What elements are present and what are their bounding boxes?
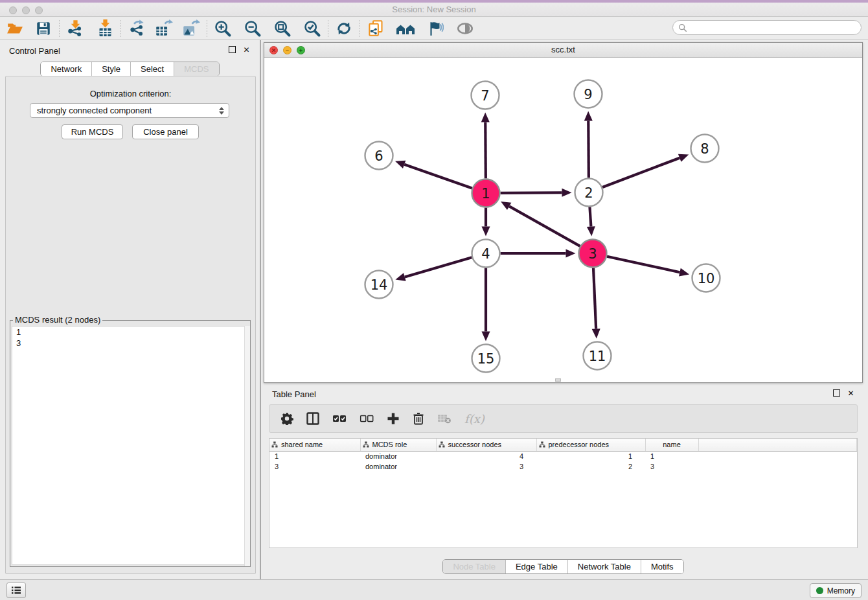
graph-edge-3-11[interactable] [592, 268, 600, 338]
graph-node-4[interactable]: 4 [472, 240, 500, 268]
tab-edge-table[interactable]: Edge Table [505, 560, 567, 573]
graph-node-7[interactable]: 7 [472, 82, 499, 110]
table-row[interactable]: 1dominator411 [269, 451, 857, 461]
clone-network-icon[interactable] [366, 19, 385, 38]
column-header-successor-nodes[interactable]: successor nodes [436, 439, 536, 451]
tab-network[interactable]: Network [41, 62, 91, 76]
tab-motifs[interactable]: Motifs [641, 560, 683, 573]
graph-edge-2-8[interactable] [602, 154, 689, 187]
close-panel-icon[interactable]: ✕ [242, 46, 251, 54]
graph-node-label: 9 [584, 87, 592, 102]
run-mcds-button[interactable]: Run MCDS [62, 124, 123, 139]
table-cell[interactable]: 2 [536, 461, 645, 472]
graph-edge-1-4[interactable] [482, 208, 490, 237]
graph-edge-4-14[interactable] [395, 257, 472, 281]
graph-node-8[interactable]: 8 [691, 135, 719, 163]
zoom-fit-icon[interactable] [273, 19, 292, 38]
flag-icon[interactable] [426, 19, 445, 38]
show-hide-icon[interactable] [455, 19, 475, 38]
table-cell[interactable]: 1 [269, 451, 360, 461]
graph-node-10[interactable]: 10 [692, 264, 720, 292]
graph-edge-4-3[interactable] [501, 249, 576, 258]
graph-node-3[interactable]: 3 [579, 240, 607, 268]
search-box [672, 20, 862, 35]
float-panel-icon[interactable] [229, 46, 237, 54]
column-label: MCDS role [372, 441, 407, 448]
control-panel: Control Panel ✕ NetworkStyleSelectMCDS O… [0, 40, 261, 579]
graph-node-6[interactable]: 6 [365, 142, 393, 170]
graph-node-label: 4 [481, 246, 490, 262]
column-label: predecessor nodes [549, 441, 610, 448]
table-cell[interactable]: 1 [536, 451, 645, 461]
network-window-titlebar[interactable]: ✕ − + scc.txt [264, 43, 862, 58]
column-type-icon [363, 441, 369, 448]
open-session-icon[interactable] [5, 19, 25, 38]
tab-node-table[interactable]: Node Table [443, 560, 505, 573]
column-header-predecessor-nodes[interactable]: predecessor nodes [536, 439, 645, 451]
graph-node-11[interactable]: 11 [584, 342, 611, 370]
table-cell[interactable]: dominator [360, 461, 436, 472]
graph-edge-4-15[interactable] [482, 268, 490, 341]
graph-node-9[interactable]: 9 [575, 80, 602, 108]
tab-mcds[interactable]: MCDS [174, 62, 218, 76]
task-history-button[interactable] [6, 583, 26, 598]
graph-edge-1-7[interactable] [481, 112, 490, 178]
table-cell[interactable]: 3 [436, 461, 536, 472]
graph-edge-3-1[interactable] [501, 202, 580, 246]
column-header-MCDS-role[interactable]: MCDS role [360, 439, 436, 451]
search-input[interactable] [687, 22, 861, 34]
mcds-result-list[interactable]: 13 [12, 326, 249, 565]
save-session-icon[interactable] [34, 19, 53, 38]
add-column-icon[interactable] [387, 412, 400, 425]
node-table[interactable]: shared nameMCDS rolesuccessor nodesprede… [269, 438, 858, 548]
table-settings-icon[interactable] [280, 412, 293, 425]
graph-node-2[interactable]: 2 [575, 179, 603, 207]
column-header-shared-name[interactable]: shared name [269, 439, 360, 451]
graph-edge-1-2[interactable] [500, 189, 571, 197]
table-cell[interactable]: 1 [645, 451, 698, 461]
deselect-all-icon[interactable] [360, 414, 374, 423]
float-table-panel-icon[interactable] [833, 389, 841, 398]
close-panel-button[interactable]: Close panel [132, 124, 199, 139]
export-table-icon[interactable] [154, 19, 174, 38]
home-icon[interactable] [396, 19, 415, 38]
graph-node-1[interactable]: 1 [472, 179, 500, 207]
network-resize-handle[interactable] [555, 378, 561, 382]
column-type-icon [539, 441, 545, 448]
table-cell[interactable]: dominator [360, 451, 436, 461]
memory-status-icon [816, 587, 823, 594]
zoom-in-icon[interactable] [213, 19, 233, 38]
export-image-icon[interactable] [181, 19, 201, 38]
graph-node-14[interactable]: 14 [365, 271, 393, 299]
table-cell[interactable]: 4 [436, 451, 536, 461]
graph-edge-2-9[interactable] [584, 111, 593, 178]
show-columns-icon[interactable] [306, 412, 319, 425]
criterion-select[interactable]: strongly connected component [30, 103, 229, 118]
memory-button[interactable]: Memory [810, 583, 862, 598]
table-panel-title: Table Panel [272, 389, 316, 399]
export-network-icon[interactable] [127, 19, 146, 38]
import-table-icon[interactable] [95, 19, 115, 38]
zoom-out-icon[interactable] [243, 19, 262, 38]
tab-select[interactable]: Select [130, 62, 174, 76]
select-all-icon[interactable] [332, 414, 347, 423]
tab-style[interactable]: Style [91, 62, 130, 76]
graph-edge-3-10[interactable] [607, 257, 689, 277]
apply-layout-icon[interactable] [334, 19, 354, 38]
app-title: Session: New Session [0, 5, 868, 14]
table-cell[interactable]: 3 [269, 461, 360, 472]
delete-icon[interactable] [413, 412, 424, 425]
graph-edge-1-6[interactable] [395, 161, 472, 189]
import-network-icon[interactable] [65, 19, 85, 38]
graph-edge-2-3[interactable] [587, 207, 595, 236]
network-canvas[interactable]: 7968124314101511 [264, 58, 862, 382]
table-cell[interactable]: 3 [645, 461, 698, 472]
graph-node-label: 11 [589, 349, 606, 364]
graph-node-15[interactable]: 15 [472, 345, 500, 373]
result-scrollbar[interactable] [244, 326, 250, 566]
tab-network-table[interactable]: Network Table [567, 560, 641, 573]
column-header-name[interactable]: name [645, 439, 698, 451]
zoom-selected-icon[interactable] [303, 19, 322, 38]
table-row[interactable]: 3dominator323 [269, 461, 857, 472]
close-table-panel-icon[interactable]: ✕ [847, 389, 855, 398]
